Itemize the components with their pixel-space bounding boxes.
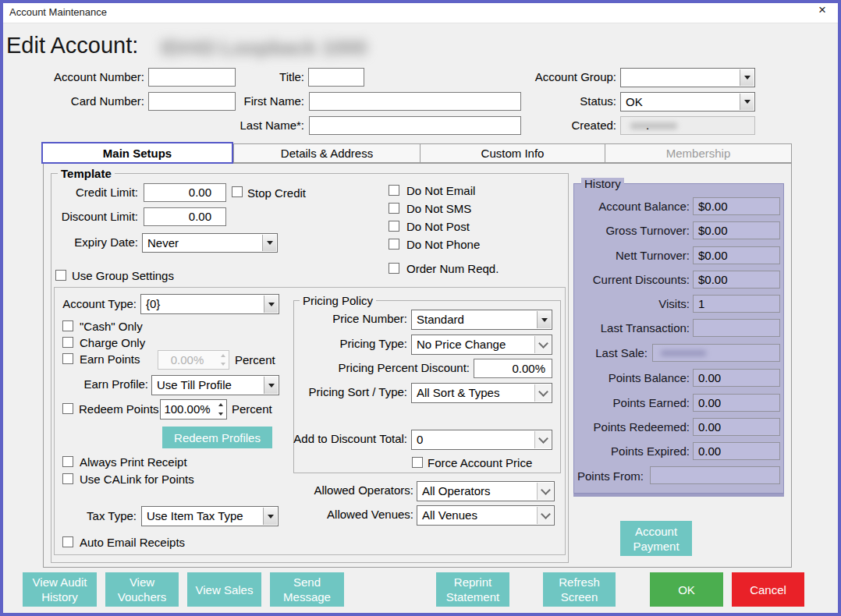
do-not-sms-checkbox[interactable] bbox=[389, 203, 399, 214]
charge-only-checkbox[interactable] bbox=[62, 337, 73, 348]
use-calink-label: Use CALink for Points bbox=[80, 470, 228, 489]
credit-limit-input[interactable]: 0.00 bbox=[144, 183, 226, 202]
last-sale-value bbox=[652, 344, 780, 362]
account-number-input[interactable] bbox=[148, 68, 236, 87]
ok-button[interactable]: OK bbox=[650, 572, 723, 607]
do-not-post-label: Do Not Post bbox=[406, 218, 516, 236]
tab-details-address[interactable]: Details & Address bbox=[233, 143, 420, 163]
always-print-receipt-checkbox[interactable] bbox=[62, 456, 73, 467]
do-not-phone-label: Do Not Phone bbox=[406, 235, 516, 254]
redeem-profiles-button[interactable]: Redeem Profiles bbox=[162, 427, 272, 448]
view-sales-button[interactable]: View Sales bbox=[187, 572, 261, 607]
last-transaction-value bbox=[693, 319, 780, 337]
add-to-discount-total-value: 0 bbox=[417, 430, 423, 449]
view-vouchers-button[interactable]: View Vouchers bbox=[105, 572, 179, 607]
refresh-screen-button[interactable]: Refresh Screen bbox=[543, 572, 616, 607]
chevron-down-icon bbox=[537, 507, 553, 524]
reprint-statement-button[interactable]: Reprint Statement bbox=[436, 572, 509, 607]
price-number-value: Standard bbox=[417, 310, 464, 329]
allowed-venues-value: All Venues bbox=[422, 506, 477, 525]
status-label: Status: bbox=[503, 92, 616, 111]
account-balance-value: $0.00 bbox=[693, 197, 780, 215]
expiry-date-dropdown[interactable]: Never bbox=[142, 233, 278, 253]
points-balance-label: Points Balance: bbox=[576, 369, 690, 387]
earn-profile-dropdown[interactable]: Use Till Profile bbox=[151, 375, 279, 395]
card-number-input[interactable] bbox=[148, 92, 236, 111]
earn-profile-value: Use Till Profile bbox=[157, 376, 232, 395]
dropdown-arrow-icon bbox=[264, 296, 278, 313]
close-icon[interactable]: × bbox=[813, 2, 832, 18]
stop-credit-checkbox[interactable] bbox=[232, 186, 243, 197]
cancel-button[interactable]: Cancel bbox=[732, 572, 804, 607]
account-payment-button[interactable]: Account Payment bbox=[620, 521, 692, 556]
tab-custom-info[interactable]: Custom Info bbox=[420, 143, 605, 163]
pricing-percent-discount-label: Pricing Percent Discount: bbox=[296, 359, 470, 377]
view-audit-history-button[interactable]: View Audit History bbox=[23, 572, 97, 607]
status-dropdown[interactable]: OK bbox=[620, 92, 755, 112]
allowed-venues-dropdown[interactable]: All Venues bbox=[417, 505, 555, 526]
title-input[interactable] bbox=[308, 68, 364, 87]
history-group-title: History bbox=[581, 178, 624, 189]
first-name-input[interactable] bbox=[309, 92, 521, 111]
points-expired-label: Points Expired: bbox=[576, 442, 690, 460]
do-not-post-checkbox[interactable] bbox=[389, 221, 399, 232]
do-not-phone-checkbox[interactable] bbox=[389, 239, 399, 250]
price-number-label: Price Number: bbox=[306, 310, 407, 328]
account-type-value: {0} bbox=[146, 295, 160, 313]
redeem-points-label: Redeem Points bbox=[79, 400, 172, 419]
send-message-button[interactable]: Send Message bbox=[270, 572, 344, 607]
earn-points-percent-label: Percent bbox=[235, 351, 289, 370]
created-value: . bbox=[646, 117, 649, 134]
spinner-up-icon[interactable] bbox=[215, 400, 226, 409]
spinner-up-icon bbox=[217, 351, 229, 360]
points-from-value bbox=[650, 466, 780, 484]
stop-credit-label: Stop Credit bbox=[247, 184, 341, 203]
account-balance-label: Account Balance: bbox=[576, 197, 690, 215]
account-type-dropdown[interactable]: {0} bbox=[140, 294, 279, 314]
last-name-input[interactable] bbox=[309, 116, 521, 135]
current-discounts-label: Current Discounts: bbox=[576, 271, 690, 289]
pricing-type-dropdown[interactable]: No Price Change bbox=[411, 335, 552, 355]
account-group-dropdown[interactable] bbox=[620, 68, 755, 87]
force-account-price-label: Force Account Price bbox=[428, 454, 552, 473]
earn-points-checkbox[interactable] bbox=[62, 353, 73, 364]
window-title: Account Maintenance bbox=[9, 6, 107, 18]
dropdown-arrow-icon bbox=[264, 377, 278, 394]
use-calink-checkbox[interactable] bbox=[62, 473, 73, 484]
card-number-label: Card Number: bbox=[31, 92, 144, 111]
order-num-reqd-checkbox[interactable] bbox=[389, 263, 399, 274]
gross-turnover-value: $0.00 bbox=[693, 221, 780, 239]
pricing-sort-type-dropdown[interactable]: All Sort & Types bbox=[411, 383, 552, 403]
use-group-settings-label: Use Group Settings bbox=[72, 267, 212, 285]
tab-membership[interactable]: Membership bbox=[605, 143, 792, 163]
add-to-discount-total-label: Add to Discount Total: bbox=[279, 430, 407, 448]
tax-type-value: Use Item Tax Type bbox=[147, 507, 243, 526]
allowed-operators-dropdown[interactable]: All Operators bbox=[417, 481, 555, 501]
tab-main-setups[interactable]: Main Setups bbox=[41, 142, 233, 164]
dropdown-arrow-icon bbox=[262, 235, 276, 251]
add-to-discount-total-dropdown[interactable]: 0 bbox=[411, 430, 552, 450]
use-group-settings-checkbox[interactable] bbox=[55, 270, 66, 281]
force-account-price-checkbox[interactable] bbox=[412, 457, 423, 468]
chevron-down-icon bbox=[534, 384, 551, 402]
tax-type-label: Tax Type: bbox=[82, 507, 137, 526]
visits-value: 1 bbox=[693, 295, 780, 313]
spinner-down-icon[interactable] bbox=[215, 409, 226, 419]
points-earned-value: 0.00 bbox=[693, 394, 780, 412]
cash-only-checkbox[interactable] bbox=[62, 320, 73, 331]
discount-limit-input[interactable]: 0.00 bbox=[144, 207, 226, 226]
tax-type-dropdown[interactable]: Use Item Tax Type bbox=[141, 506, 279, 526]
dropdown-arrow-icon bbox=[263, 508, 277, 525]
created-label: Created: bbox=[503, 116, 616, 135]
pricing-percent-discount-input[interactable]: 0.00% bbox=[474, 359, 552, 378]
do-not-email-label: Do Not Email bbox=[406, 182, 516, 200]
redeem-points-checkbox[interactable] bbox=[62, 403, 73, 414]
points-balance-value: 0.00 bbox=[693, 369, 780, 387]
visits-label: Visits: bbox=[576, 295, 690, 313]
auto-email-receipts-checkbox[interactable] bbox=[62, 536, 73, 547]
created-field: . bbox=[620, 116, 755, 135]
price-number-dropdown[interactable]: Standard bbox=[411, 310, 552, 330]
do-not-email-checkbox[interactable] bbox=[389, 185, 399, 196]
points-expired-value: 0.00 bbox=[693, 442, 780, 460]
redeem-points-spinner[interactable]: 100.00% bbox=[160, 399, 227, 420]
